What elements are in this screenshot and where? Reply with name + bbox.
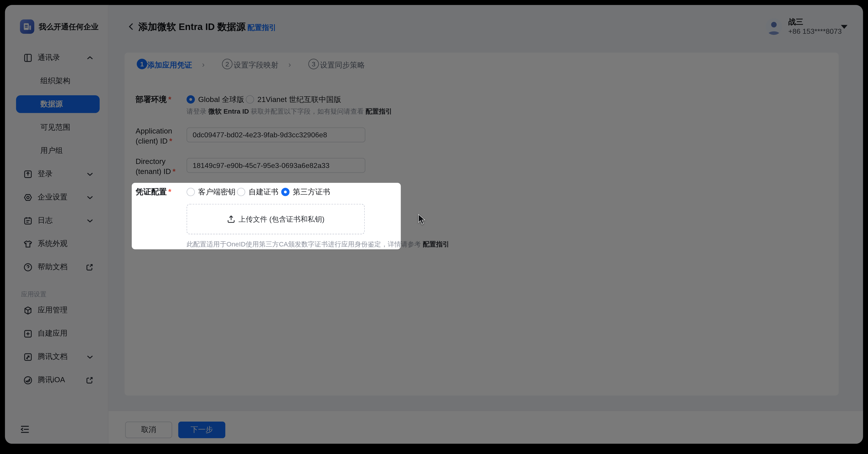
- sidebar-item-data-source[interactable]: 数据源: [16, 95, 100, 113]
- radio-global[interactable]: [187, 95, 195, 104]
- sidebar-item-tencent-docs[interactable]: 腾讯文档: [16, 348, 100, 366]
- helper-guide-link[interactable]: 配置指引: [366, 108, 392, 115]
- required-asterisk: *: [168, 187, 172, 196]
- cancel-button[interactable]: 取消: [125, 422, 172, 438]
- sidebar-item-user-groups[interactable]: 用户组: [16, 142, 100, 160]
- sidebar-collapse-icon[interactable]: [20, 424, 30, 434]
- deploy-env-helper: 请登录 微软 Entra ID 获取并配置以下字段，如有疑问请查看 配置指引: [187, 107, 392, 116]
- tencent-docs-icon: [23, 352, 33, 361]
- sidebar-item-contacts[interactable]: 通讯录: [16, 49, 100, 66]
- sidebar-item-help-docs[interactable]: 帮助文档: [16, 258, 100, 276]
- sidebar-item-custom-apps[interactable]: 自建应用: [16, 325, 100, 342]
- help-icon: [23, 262, 33, 272]
- sidebar-item-system-appearance[interactable]: 系统外观: [16, 235, 100, 253]
- upload-text: 上传文件 (包含证书和私钥): [239, 214, 324, 224]
- required-asterisk: *: [169, 137, 172, 145]
- radio-global-label[interactable]: Global 全球版: [198, 95, 244, 105]
- radio-client-secret-label[interactable]: 客户端密钥: [198, 187, 236, 197]
- required-asterisk: *: [173, 167, 176, 175]
- sidebar: 我么开通任何企业 通讯录 组织架构 数据源 可见范围: [5, 5, 108, 444]
- tencent-ioa-icon: [23, 375, 33, 385]
- company-name: 我么开通任何企业: [39, 22, 98, 32]
- radio-21vianet-label[interactable]: 21Vianet 世纪互联中国版: [257, 95, 341, 105]
- radio-client-secret[interactable]: [187, 188, 195, 196]
- chevron-down-icon: [87, 355, 93, 359]
- next-button[interactable]: 下一步: [178, 422, 225, 438]
- step-1-label: 添加应用凭证: [147, 60, 192, 70]
- upload-dropzone[interactable]: 上传文件 (包含证书和私钥): [187, 204, 365, 234]
- external-link-icon: [86, 263, 93, 271]
- step-3-circle: 3: [308, 59, 319, 69]
- step-separator-icon: ›: [288, 60, 291, 69]
- avatar[interactable]: [766, 18, 782, 35]
- screen: 我么开通任何企业 通讯录 组织架构 数据源 可见范围: [0, 0, 868, 454]
- config-guide-link[interactable]: 配置指引: [247, 23, 276, 33]
- external-link-icon: [86, 376, 93, 384]
- upload-icon: [227, 215, 235, 223]
- sidebar-item-tencent-ioa[interactable]: 腾讯iOA: [16, 371, 100, 389]
- app-window: 我么开通任何企业 通讯录 组织架构 数据源 可见范围: [5, 5, 863, 444]
- sidebar-item-app-management[interactable]: 应用管理: [16, 302, 100, 319]
- chevron-up-icon: [87, 56, 93, 59]
- address-book-icon: [23, 53, 33, 62]
- radio-third-party-cert-label[interactable]: 第三方证书: [293, 187, 330, 197]
- sidebar-item-enterprise-settings[interactable]: 企业设置: [16, 188, 100, 206]
- sidebar-item-logs[interactable]: 日志: [16, 211, 100, 229]
- helper-guide-link[interactable]: 配置指引: [423, 240, 450, 248]
- chevron-down-icon: [87, 219, 93, 222]
- step-3-label: 设置同步策略: [320, 60, 365, 70]
- back-button[interactable]: [127, 22, 136, 31]
- page-title: 添加微软 Entra ID 数据源: [138, 21, 246, 33]
- step-separator-icon: ›: [202, 60, 205, 69]
- user-name: 战三: [788, 17, 803, 27]
- radio-self-signed-cert-label[interactable]: 自建证书: [249, 187, 278, 197]
- radio-third-party-cert[interactable]: [281, 188, 289, 196]
- step-2-label: 设置字段映射: [234, 60, 278, 70]
- step-2-circle: 2: [222, 59, 232, 69]
- login-icon: [23, 169, 33, 179]
- required-asterisk: *: [168, 95, 172, 104]
- application-id-label: Application (client) ID*: [136, 126, 172, 146]
- sidebar-section-app-settings: 应用设置: [21, 290, 46, 299]
- tshirt-icon: [23, 239, 33, 249]
- tenant-id-label: Directory (tenant) ID*: [136, 157, 176, 177]
- step-1-circle: 1: [137, 59, 147, 69]
- cube-icon: [23, 306, 33, 315]
- gear-icon: [23, 193, 33, 202]
- user-menu-caret-icon[interactable]: [841, 25, 848, 29]
- sidebar-item-org-structure[interactable]: 组织架构: [16, 72, 100, 90]
- user-phone: +86 153****8073: [788, 27, 842, 35]
- credential-config-label: 凭证配置*: [136, 187, 172, 197]
- company-logo-icon: [20, 20, 34, 34]
- deploy-env-label: 部署环境*: [136, 95, 172, 105]
- application-id-input[interactable]: 0dc09477-bd02-4e23-9fab-9d3cc32906e8: [187, 127, 365, 142]
- credential-helper: 此配置适用于OneID使用第三方CA颁发数字证书进行应用身份鉴定，详情请参考 配…: [187, 240, 450, 249]
- radio-self-signed-cert[interactable]: [237, 188, 245, 196]
- sidebar-item-visibility-scope[interactable]: 可见范围: [16, 118, 100, 136]
- tenant-id-input[interactable]: 18149c97-e90b-45c7-95e3-0693a6e82a33: [187, 158, 365, 173]
- mouse-cursor: [418, 214, 426, 225]
- plus-square-icon: [23, 329, 33, 338]
- radio-21vianet[interactable]: [246, 95, 254, 104]
- sidebar-item-login[interactable]: 登录: [16, 165, 100, 183]
- calendar-icon: [23, 216, 33, 225]
- chevron-down-icon: [87, 172, 93, 176]
- chevron-down-icon: [87, 195, 93, 199]
